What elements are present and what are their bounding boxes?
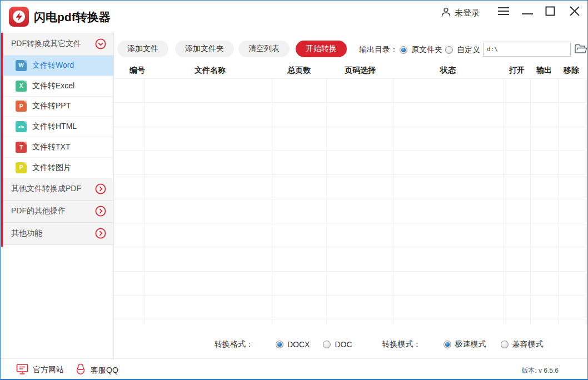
excel-file-icon: X bbox=[16, 81, 27, 92]
col-header-output: 输出 bbox=[536, 66, 552, 76]
close-button[interactable] bbox=[566, 4, 583, 21]
radio-label: 极速模式 bbox=[455, 339, 486, 349]
radio-label: DOCX bbox=[287, 340, 310, 349]
scrollbar-track bbox=[585, 78, 588, 324]
maximize-icon bbox=[545, 6, 555, 18]
start-convert-button[interactable]: 开始转换 bbox=[296, 41, 347, 57]
output-dir-label: 输出目录： bbox=[359, 45, 398, 55]
grid-line bbox=[504, 78, 504, 324]
login-label: 未登录 bbox=[455, 8, 480, 18]
folder-icon bbox=[574, 48, 587, 56]
minimize-button[interactable] bbox=[519, 4, 536, 21]
login-button[interactable]: 未登录 bbox=[441, 5, 480, 21]
radio-label: DOC bbox=[335, 340, 352, 349]
col-header-status: 状态 bbox=[440, 66, 456, 76]
chevron-down-circle-icon bbox=[94, 38, 107, 50]
close-icon bbox=[570, 6, 580, 18]
sidebar-item-pdf-to-ppt[interactable]: P 文件转PPT bbox=[1, 97, 113, 117]
add-file-button[interactable]: 添加文件 bbox=[117, 41, 168, 57]
radio-label: 自定义 bbox=[457, 45, 480, 55]
sidebar-item-pdf-to-txt[interactable]: T 文件转TXT bbox=[1, 137, 113, 158]
qq-penguin-icon bbox=[75, 363, 86, 377]
section-label: 其他功能 bbox=[11, 228, 94, 238]
sidebar-item-pdf-to-excel[interactable]: X 文件转Excel bbox=[1, 76, 113, 97]
chevron-right-circle-icon bbox=[94, 227, 107, 239]
add-folder-button[interactable]: 添加文件夹 bbox=[175, 41, 234, 57]
format-label: 转换格式： bbox=[215, 339, 253, 349]
file-list-table[interactable] bbox=[114, 78, 585, 319]
service-qq-label: 客服QQ bbox=[91, 366, 118, 376]
output-original-folder-radio[interactable]: 原文件夹 bbox=[400, 45, 442, 55]
grid-line bbox=[530, 78, 531, 324]
mode-compatible-radio[interactable]: 兼容模式 bbox=[501, 339, 544, 349]
radio-selected-icon bbox=[400, 46, 407, 54]
col-header-pages: 总页数 bbox=[287, 66, 311, 76]
sidebar-section-other-features[interactable]: 其他功能 bbox=[1, 223, 113, 245]
radio-unselected-icon bbox=[445, 46, 453, 54]
radio-label: 原文件夹 bbox=[411, 45, 442, 55]
section-label: PDF的其他操作 bbox=[11, 206, 94, 216]
output-custom-radio[interactable]: 自定义 bbox=[445, 45, 480, 55]
maximize-button[interactable] bbox=[542, 4, 559, 21]
section-label: PDF转换成其它文件 bbox=[11, 39, 94, 49]
radio-unselected-icon bbox=[501, 341, 509, 348]
radio-selected-icon bbox=[444, 341, 451, 348]
radio-selected-icon bbox=[276, 341, 283, 348]
sidebar-section-other-to-pdf[interactable]: 其他文件转换成PDF bbox=[1, 178, 113, 201]
grid-line bbox=[393, 78, 393, 324]
browse-folder-button[interactable] bbox=[574, 43, 587, 56]
mode-fast-radio[interactable]: 极速模式 bbox=[444, 339, 486, 349]
app-window: 闪电pdf转换器 未登录 bbox=[0, 0, 588, 380]
radio-label: 兼容模式 bbox=[512, 339, 544, 349]
sidebar-item-label: 文件转PPT bbox=[32, 101, 71, 111]
sidebar-item-label: 文件转Word bbox=[32, 61, 74, 71]
col-header-filename: 文件名称 bbox=[195, 66, 226, 76]
sidebar-item-pdf-to-html[interactable]: </> 文件转HTML bbox=[1, 117, 113, 137]
chevron-right-circle-icon bbox=[94, 183, 107, 195]
sidebar-item-label: 文件转图片 bbox=[32, 163, 71, 173]
chevron-right-circle-icon bbox=[94, 205, 107, 217]
conversion-options-bar: 转换格式： DOCX DOC 转换模式： 极速模式 兼容模式 bbox=[114, 333, 588, 356]
sidebar-section-pdf-to-other[interactable]: PDF转换成其它文件 bbox=[1, 33, 113, 56]
titlebar: 闪电pdf转换器 未登录 bbox=[1, 1, 587, 33]
sidebar-item-pdf-to-word[interactable]: W 文件转Word bbox=[1, 56, 113, 76]
menu-button[interactable] bbox=[495, 4, 512, 21]
grid-line bbox=[272, 78, 272, 324]
app-title: 闪电pdf转换器 bbox=[34, 9, 111, 25]
minimize-icon bbox=[522, 7, 533, 17]
clear-list-button[interactable]: 清空列表 bbox=[238, 41, 290, 57]
html-file-icon: </> bbox=[16, 121, 27, 132]
sidebar-accent-bar bbox=[1, 33, 3, 247]
col-header-remove: 移除 bbox=[564, 66, 579, 76]
section-label: 其他文件转换成PDF bbox=[11, 184, 94, 194]
sidebar-item-label: 文件转HTML bbox=[32, 122, 77, 132]
txt-file-icon: T bbox=[16, 142, 27, 153]
official-site-link[interactable]: 官方网站 bbox=[16, 363, 64, 377]
format-doc-radio[interactable]: DOC bbox=[323, 340, 352, 349]
sidebar: PDF转换成其它文件 W 文件转Word X 文件转Excel P 文件转PPT… bbox=[1, 33, 114, 358]
col-header-number: 编号 bbox=[129, 66, 145, 76]
app-logo-lightning-icon bbox=[8, 6, 29, 27]
col-header-pagerange: 页码选择 bbox=[345, 66, 376, 76]
official-site-label: 官方网站 bbox=[33, 365, 64, 375]
format-docx-radio[interactable]: DOCX bbox=[276, 340, 310, 349]
hamburger-icon bbox=[497, 7, 510, 18]
service-qq-link[interactable]: 客服QQ bbox=[75, 363, 118, 377]
monitor-icon bbox=[16, 363, 28, 377]
grid-line bbox=[326, 78, 327, 324]
user-icon bbox=[441, 7, 451, 19]
radio-unselected-icon bbox=[323, 341, 331, 348]
word-file-icon: W bbox=[16, 60, 27, 71]
col-header-open: 打开 bbox=[509, 66, 525, 76]
sidebar-section-pdf-other-ops[interactable]: PDF的其他操作 bbox=[1, 201, 113, 223]
grid-line bbox=[144, 78, 144, 324]
image-file-icon: P bbox=[16, 162, 27, 173]
ppt-file-icon: P bbox=[16, 101, 27, 112]
version-text: 版本: v 6.5.6 bbox=[521, 366, 559, 376]
sidebar-item-pdf-to-image[interactable]: P 文件转图片 bbox=[1, 158, 113, 178]
mode-label: 转换模式： bbox=[382, 339, 421, 349]
output-path-input[interactable] bbox=[483, 42, 571, 57]
footer: 官方网站 客服QQ 版本: v 6.5.6 bbox=[1, 358, 587, 379]
grid-line bbox=[558, 78, 559, 324]
sidebar-item-label: 文件转TXT bbox=[32, 142, 70, 152]
